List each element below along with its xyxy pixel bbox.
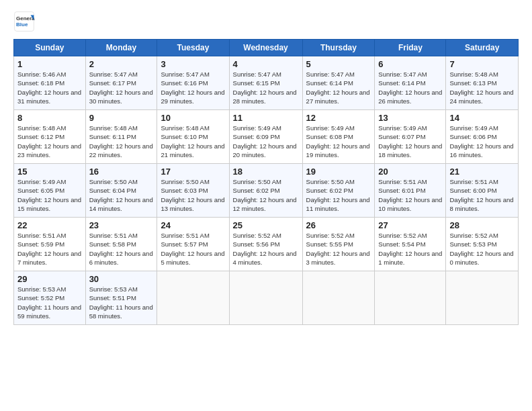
day-number: 21 — [449, 167, 515, 177]
table-row: 3 Sunrise: 5:47 AMSunset: 6:16 PMDayligh… — [157, 56, 229, 110]
day-info: Sunrise: 5:51 AMSunset: 5:57 PMDaylight:… — [161, 231, 225, 267]
table-row: 24 Sunrise: 5:51 AMSunset: 5:57 PMDaylig… — [157, 218, 229, 271]
day-number: 9 — [89, 113, 154, 123]
day-number: 14 — [449, 113, 515, 123]
day-number: 20 — [378, 167, 442, 177]
day-number: 28 — [449, 220, 515, 230]
table-row — [157, 271, 229, 325]
day-info: Sunrise: 5:49 AMSunset: 6:07 PMDaylight:… — [378, 124, 442, 159]
table-row: 21 Sunrise: 5:51 AMSunset: 6:00 PMDaylig… — [446, 164, 519, 218]
day-number: 18 — [233, 167, 299, 177]
calendar-header-friday: Friday — [375, 40, 446, 56]
day-number: 25 — [233, 220, 299, 230]
table-row: 15 Sunrise: 5:49 AMSunset: 6:05 PMDaylig… — [14, 164, 86, 218]
day-info: Sunrise: 5:50 AMSunset: 6:04 PMDaylight:… — [89, 177, 154, 213]
day-number: 24 — [161, 220, 225, 230]
logo: General Blue — [13, 11, 35, 32]
table-row: 1 Sunrise: 5:46 AMSunset: 6:18 PMDayligh… — [14, 56, 86, 110]
day-info: Sunrise: 5:50 AMSunset: 6:02 PMDaylight:… — [233, 177, 299, 213]
table-row: 25 Sunrise: 5:52 AMSunset: 5:56 PMDaylig… — [229, 218, 302, 271]
day-info: Sunrise: 5:53 AMSunset: 5:52 PMDaylight:… — [17, 285, 82, 320]
calendar-header-wednesday: Wednesday — [229, 40, 302, 56]
table-row: 4 Sunrise: 5:47 AMSunset: 6:15 PMDayligh… — [229, 56, 302, 110]
day-number: 17 — [161, 167, 225, 177]
day-info: Sunrise: 5:47 AMSunset: 6:14 PMDaylight:… — [306, 70, 371, 105]
table-row: 22 Sunrise: 5:51 AMSunset: 5:59 PMDaylig… — [14, 218, 86, 271]
day-number: 4 — [233, 59, 299, 69]
day-number: 12 — [306, 113, 371, 123]
day-info: Sunrise: 5:46 AMSunset: 6:18 PMDaylight:… — [17, 70, 82, 105]
table-row: 26 Sunrise: 5:52 AMSunset: 5:55 PMDaylig… — [302, 218, 375, 271]
day-info: Sunrise: 5:51 AMSunset: 5:59 PMDaylight:… — [17, 231, 82, 267]
day-number: 22 — [17, 220, 82, 230]
calendar-week-row: 15 Sunrise: 5:49 AMSunset: 6:05 PMDaylig… — [14, 164, 519, 218]
table-row — [302, 271, 375, 325]
table-row: 27 Sunrise: 5:52 AMSunset: 5:54 PMDaylig… — [375, 218, 446, 271]
calendar-week-row: 29 Sunrise: 5:53 AMSunset: 5:52 PMDaylig… — [14, 271, 519, 325]
table-row: 14 Sunrise: 5:49 AMSunset: 6:06 PMDaylig… — [446, 110, 519, 164]
day-info: Sunrise: 5:51 AMSunset: 5:58 PMDaylight:… — [89, 231, 154, 267]
day-number: 23 — [89, 220, 154, 230]
table-row: 12 Sunrise: 5:49 AMSunset: 6:08 PMDaylig… — [302, 110, 375, 164]
day-number: 16 — [89, 167, 154, 177]
day-number: 29 — [17, 274, 82, 284]
day-info: Sunrise: 5:48 AMSunset: 6:10 PMDaylight:… — [161, 124, 225, 159]
table-row: 23 Sunrise: 5:51 AMSunset: 5:58 PMDaylig… — [85, 218, 157, 271]
day-info: Sunrise: 5:49 AMSunset: 6:06 PMDaylight:… — [449, 124, 515, 159]
day-info: Sunrise: 5:52 AMSunset: 5:53 PMDaylight:… — [449, 231, 515, 267]
table-row — [375, 271, 446, 325]
calendar-header-saturday: Saturday — [446, 40, 519, 56]
day-info: Sunrise: 5:48 AMSunset: 6:12 PMDaylight:… — [17, 124, 82, 159]
calendar-header-row: SundayMondayTuesdayWednesdayThursdayFrid… — [14, 40, 519, 56]
day-number: 27 — [378, 220, 442, 230]
day-info: Sunrise: 5:47 AMSunset: 6:15 PMDaylight:… — [233, 70, 299, 105]
calendar-header-tuesday: Tuesday — [157, 40, 229, 56]
table-row: 20 Sunrise: 5:51 AMSunset: 6:01 PMDaylig… — [375, 164, 446, 218]
day-info: Sunrise: 5:51 AMSunset: 6:00 PMDaylight:… — [449, 177, 515, 213]
table-row: 17 Sunrise: 5:50 AMSunset: 6:03 PMDaylig… — [157, 164, 229, 218]
page: General Blue SundayMondayTuesdayWednesda… — [0, 0, 532, 411]
day-number: 2 — [89, 59, 154, 69]
day-number: 3 — [161, 59, 225, 69]
day-info: Sunrise: 5:49 AMSunset: 6:09 PMDaylight:… — [233, 124, 299, 159]
day-info: Sunrise: 5:47 AMSunset: 6:17 PMDaylight:… — [89, 70, 154, 105]
logo-icon: General Blue — [13, 11, 35, 32]
table-row: 18 Sunrise: 5:50 AMSunset: 6:02 PMDaylig… — [229, 164, 302, 218]
header: General Blue — [13, 11, 519, 32]
day-number: 5 — [306, 59, 371, 69]
day-number: 15 — [17, 167, 82, 177]
day-number: 13 — [378, 113, 442, 123]
table-row: 8 Sunrise: 5:48 AMSunset: 6:12 PMDayligh… — [14, 110, 86, 164]
table-row: 10 Sunrise: 5:48 AMSunset: 6:10 PMDaylig… — [157, 110, 229, 164]
table-row — [446, 271, 519, 325]
day-number: 7 — [449, 59, 515, 69]
day-info: Sunrise: 5:53 AMSunset: 5:51 PMDaylight:… — [89, 285, 154, 320]
calendar-table: SundayMondayTuesdayWednesdayThursdayFrid… — [13, 39, 519, 325]
table-row: 30 Sunrise: 5:53 AMSunset: 5:51 PMDaylig… — [85, 271, 157, 325]
day-info: Sunrise: 5:48 AMSunset: 6:11 PMDaylight:… — [89, 124, 154, 159]
calendar-header-thursday: Thursday — [302, 40, 375, 56]
table-row: 5 Sunrise: 5:47 AMSunset: 6:14 PMDayligh… — [302, 56, 375, 110]
table-row: 7 Sunrise: 5:48 AMSunset: 6:13 PMDayligh… — [446, 56, 519, 110]
day-info: Sunrise: 5:50 AMSunset: 6:02 PMDaylight:… — [306, 177, 371, 213]
table-row: 2 Sunrise: 5:47 AMSunset: 6:17 PMDayligh… — [85, 56, 157, 110]
day-info: Sunrise: 5:49 AMSunset: 6:05 PMDaylight:… — [17, 177, 82, 213]
day-info: Sunrise: 5:48 AMSunset: 6:13 PMDaylight:… — [449, 70, 515, 105]
day-info: Sunrise: 5:52 AMSunset: 5:56 PMDaylight:… — [233, 231, 299, 267]
table-row: 28 Sunrise: 5:52 AMSunset: 5:53 PMDaylig… — [446, 218, 519, 271]
day-number: 8 — [17, 113, 82, 123]
table-row — [229, 271, 302, 325]
calendar-week-row: 1 Sunrise: 5:46 AMSunset: 6:18 PMDayligh… — [14, 56, 519, 110]
day-info: Sunrise: 5:52 AMSunset: 5:54 PMDaylight:… — [378, 231, 442, 267]
day-number: 6 — [378, 59, 442, 69]
day-number: 30 — [89, 274, 154, 284]
table-row: 11 Sunrise: 5:49 AMSunset: 6:09 PMDaylig… — [229, 110, 302, 164]
day-info: Sunrise: 5:47 AMSunset: 6:14 PMDaylight:… — [378, 70, 442, 105]
day-info: Sunrise: 5:47 AMSunset: 6:16 PMDaylight:… — [161, 70, 225, 105]
day-number: 11 — [233, 113, 299, 123]
calendar-week-row: 8 Sunrise: 5:48 AMSunset: 6:12 PMDayligh… — [14, 110, 519, 164]
day-info: Sunrise: 5:52 AMSunset: 5:55 PMDaylight:… — [306, 231, 371, 267]
table-row: 6 Sunrise: 5:47 AMSunset: 6:14 PMDayligh… — [375, 56, 446, 110]
day-number: 10 — [161, 113, 225, 123]
day-number: 19 — [306, 167, 371, 177]
